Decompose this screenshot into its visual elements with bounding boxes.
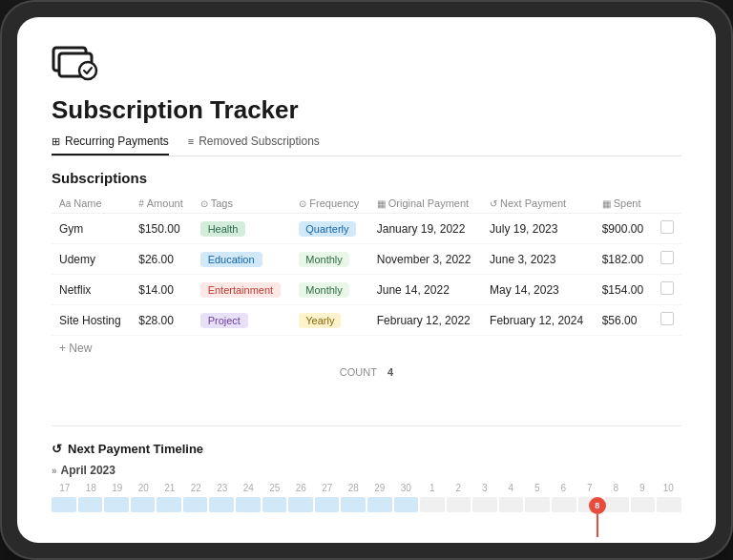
row-next-payment: May 14, 2023 (482, 275, 595, 305)
tab-removed[interactable]: ≡ Removed Subscriptions (188, 135, 320, 156)
chevron-right-icon: » (52, 466, 57, 476)
timeline-segment (183, 497, 208, 512)
tab-recurring[interactable]: ⊞ Recurring Payments (52, 135, 169, 156)
row-tag: Education (193, 244, 292, 275)
timeline-number: 24 (236, 483, 262, 493)
col-checkbox (653, 194, 681, 214)
timeline-segment (631, 497, 656, 512)
content-area: Subscription Tracker ⊞ Recurring Payment… (17, 17, 716, 543)
timeline-segments (52, 497, 681, 516)
row-checkbox[interactable] (653, 305, 681, 336)
timeline-segment (420, 497, 445, 512)
timeline-track: 171819202122232425262728293012345678910 … (52, 483, 681, 531)
timeline-segment (288, 497, 313, 512)
timeline-number: 5 (524, 483, 551, 493)
row-name: Site Hosting (52, 305, 131, 336)
row-spent: $56.00 (595, 305, 653, 336)
row-checkbox[interactable] (653, 214, 681, 244)
row-original-payment: November 3, 2022 (369, 244, 482, 275)
timeline-marker: 8 (589, 497, 606, 537)
marker-circle: 8 (589, 497, 606, 514)
timeline-number: 3 (471, 483, 498, 493)
col-tags: ⊙Tags (193, 194, 292, 214)
timeline-number: 21 (157, 483, 183, 493)
row-checkbox[interactable] (653, 275, 681, 305)
timeline-segment (604, 497, 629, 512)
timeline-segment (78, 497, 103, 512)
table-header-row: AaName #Amount ⊙Tags ⊙Frequency ▦Origina… (52, 194, 681, 214)
timeline-number: 17 (52, 483, 78, 493)
timeline-number: 29 (366, 483, 393, 493)
timeline-segment (394, 497, 419, 512)
timeline-segment (131, 497, 156, 512)
timeline-segment (262, 497, 287, 512)
timeline-segment (104, 497, 129, 512)
svg-point-2 (79, 62, 96, 79)
tab-removed-label: Removed Subscriptions (199, 135, 320, 148)
timeline-number: 20 (131, 483, 157, 493)
row-next-payment: June 3, 2023 (482, 244, 595, 275)
row-spent: $182.00 (595, 244, 653, 275)
timeline-number: 30 (393, 483, 420, 493)
timeline-segment (236, 497, 261, 512)
row-checkbox[interactable] (653, 244, 681, 275)
col-original-payment: ▦Original Payment (369, 194, 482, 214)
row-amount: $14.00 (131, 275, 192, 305)
col-amount: #Amount (131, 194, 192, 214)
timeline-number: 10 (656, 483, 682, 493)
row-frequency: Monthly (291, 275, 368, 305)
count-row: COUNT 4 (52, 361, 681, 384)
subscriptions-table-container: AaName #Amount ⊙Tags ⊙Frequency ▦Origina… (52, 194, 681, 420)
table-row: Site Hosting $28.00 Project Yearly Febru… (52, 305, 681, 336)
add-new-label: + New (59, 342, 92, 355)
row-amount: $150.00 (131, 214, 192, 244)
bottom-spacer (52, 531, 681, 543)
subscriptions-section-title: Subscriptions (52, 170, 681, 186)
row-original-payment: January 19, 2022 (369, 214, 482, 244)
app-icon (52, 44, 101, 82)
timeline-number: 22 (183, 483, 210, 493)
tablet-frame: Subscription Tracker ⊞ Recurring Payment… (0, 0, 733, 560)
count-label: COUNT (340, 366, 377, 378)
timeline-segment (552, 497, 576, 512)
table-row: Udemy $26.00 Education Monthly November … (52, 244, 681, 275)
marker-line (597, 514, 598, 537)
table-row: Gym $150.00 Health Quarterly January 19,… (52, 214, 681, 244)
timeline-number: 7 (576, 483, 603, 493)
timeline-number: 2 (446, 483, 472, 493)
timeline-numbers: 171819202122232425262728293012345678910 (52, 483, 681, 493)
timeline-number: 9 (629, 483, 656, 493)
screen: Subscription Tracker ⊞ Recurring Payment… (17, 17, 716, 543)
removed-tab-icon: ≡ (188, 135, 194, 147)
timeline-number: 18 (78, 483, 105, 493)
timeline-segment (52, 497, 76, 512)
timeline-segment (341, 497, 366, 512)
row-original-payment: June 14, 2022 (369, 275, 482, 305)
row-tag: Project (193, 305, 292, 336)
col-spent: ▦Spent (595, 194, 653, 214)
timeline-segment (209, 497, 234, 512)
section-divider (52, 425, 681, 426)
timeline-month-row: » April 2023 (52, 464, 681, 477)
timeline-title-label: Next Payment Timeline (68, 442, 203, 456)
row-next-payment: February 12, 2024 (482, 305, 595, 336)
timeline-month-label: April 2023 (61, 464, 115, 477)
add-new-button[interactable]: + New (52, 336, 681, 361)
row-spent: $154.00 (595, 275, 653, 305)
timeline-number: 4 (498, 483, 525, 493)
row-name: Netflix (52, 275, 131, 305)
timeline-number: 28 (341, 483, 367, 493)
page-title: Subscription Tracker (52, 95, 681, 125)
tabs-row: ⊞ Recurring Payments ≡ Removed Subscript… (52, 135, 681, 156)
timeline-segment (525, 497, 550, 512)
subscriptions-table: AaName #Amount ⊙Tags ⊙Frequency ▦Origina… (52, 194, 681, 336)
row-spent: $900.00 (595, 214, 653, 244)
timeline-title: ↺ Next Payment Timeline (52, 442, 681, 456)
timeline-segment (315, 497, 340, 512)
timeline-number: 19 (104, 483, 131, 493)
row-amount: $28.00 (131, 305, 192, 336)
timeline-number: 8 (603, 483, 630, 493)
count-value: 4 (387, 366, 393, 378)
timeline-segment (367, 497, 392, 512)
row-frequency: Yearly (291, 305, 368, 336)
